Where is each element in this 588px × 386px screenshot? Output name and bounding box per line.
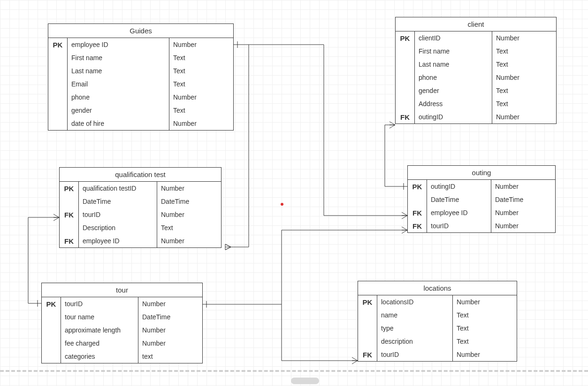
entity-row[interactable]: nameText [358, 309, 517, 322]
name-cell: tourID [61, 297, 138, 310]
type-cell: Text [492, 45, 556, 58]
entity-row[interactable]: FKtourIDNumber [408, 219, 555, 232]
type-cell: Text [453, 322, 517, 335]
entity-row[interactable]: PKtourIDNumber [42, 297, 202, 310]
name-cell: Email [68, 77, 169, 91]
key-cell: PK [60, 182, 79, 195]
name-cell: DateTime [427, 193, 491, 206]
type-cell: Text [169, 77, 233, 91]
name-cell: fee charged [61, 337, 138, 350]
entity-title: outing [408, 166, 555, 180]
entity-row[interactable]: date of hireNumber [48, 117, 233, 130]
name-cell: Last name [68, 64, 169, 77]
entity-outing[interactable]: outing PKoutingIDNumberDateTimeDateTimeF… [407, 165, 556, 233]
type-cell: text [138, 350, 202, 363]
entity-row[interactable]: DescriptionText [60, 221, 221, 234]
type-cell: Number [157, 234, 221, 247]
entity-row[interactable]: DateTimeDateTime [60, 195, 221, 208]
entity-row[interactable]: First nameText [48, 51, 233, 64]
entity-row[interactable]: FKtourIDNumber [358, 348, 517, 361]
key-cell: PK [48, 38, 68, 51]
type-cell: Number [157, 182, 221, 195]
type-cell: Number [491, 219, 555, 232]
name-cell: phone [68, 91, 169, 104]
key-cell [358, 335, 377, 348]
entity-row[interactable]: phoneNumber [396, 71, 556, 84]
type-cell: Number [169, 91, 233, 104]
key-cell [358, 322, 377, 335]
entity-row[interactable]: genderText [48, 104, 233, 117]
entity-row[interactable]: Last nameText [48, 64, 233, 77]
entity-row[interactable]: PKoutingIDNumber [408, 180, 555, 193]
key-cell [396, 58, 415, 71]
entity-row[interactable]: Last nameText [396, 58, 556, 71]
key-cell [48, 117, 68, 130]
entity-body: PKoutingIDNumberDateTimeDateTimeFKemploy… [408, 180, 555, 232]
entity-title: qualification test [60, 168, 221, 182]
entity-row[interactable]: PKqualification testIDNumber [60, 182, 221, 195]
name-cell: tour name [61, 310, 138, 324]
name-cell: type [377, 322, 453, 335]
name-cell: employee ID [68, 38, 169, 51]
entity-qualification[interactable]: qualification test PKqualification testI… [59, 167, 221, 248]
key-cell [358, 309, 377, 322]
page-break-line [0, 370, 588, 372]
entity-row[interactable]: DateTimeDateTime [408, 193, 555, 206]
name-cell: phone [415, 71, 492, 84]
name-cell: Address [415, 97, 492, 110]
entity-row[interactable]: First nameText [396, 45, 556, 58]
entity-client[interactable]: client PKclientIDNumberFirst nameTextLas… [395, 17, 557, 124]
entity-row[interactable]: approximate lengthNumber [42, 324, 202, 337]
type-cell: Number [169, 117, 233, 130]
entity-row[interactable]: FKemployee IDNumber [60, 234, 221, 247]
name-cell: approximate length [61, 324, 138, 337]
entity-row[interactable]: FKoutingIDNumber [396, 110, 556, 124]
entity-tour[interactable]: tour PKtourIDNumbertour nameDateTimeappr… [41, 283, 203, 363]
name-cell: gender [68, 104, 169, 117]
entity-row[interactable]: PKlocationsIDNumber [358, 295, 517, 309]
entity-row[interactable]: descriptionText [358, 335, 517, 348]
type-cell: Text [492, 84, 556, 97]
type-cell: Number [453, 295, 517, 309]
name-cell: tourID [377, 348, 453, 361]
entity-body: PKlocationsIDNumbernameTexttypeTextdescr… [358, 295, 517, 361]
entity-row[interactable]: PKclientIDNumber [396, 31, 556, 45]
name-cell: tourID [427, 219, 491, 232]
type-cell: Number [492, 31, 556, 45]
entity-row[interactable]: genderText [396, 84, 556, 97]
entity-body: PKtourIDNumbertour nameDateTimeapproxima… [42, 297, 202, 363]
entity-guides[interactable]: Guides PKemployee IDNumberFirst nameText… [48, 23, 234, 131]
entity-row[interactable]: AddressText [396, 97, 556, 110]
entity-row[interactable]: FKemployee IDNumber [408, 206, 555, 219]
type-cell: Text [492, 58, 556, 71]
entity-row[interactable]: EmailText [48, 77, 233, 91]
entity-row[interactable]: fee chargedNumber [42, 337, 202, 350]
type-cell: Text [169, 64, 233, 77]
entity-locations[interactable]: locations PKlocationsIDNumbernameTexttyp… [358, 281, 517, 362]
key-cell: FK [396, 110, 415, 124]
entity-row[interactable]: categoriestext [42, 350, 202, 363]
type-cell: Text [492, 97, 556, 110]
key-cell [60, 195, 79, 208]
key-cell [60, 221, 79, 234]
entity-body: PKemployee IDNumberFirst nameTextLast na… [48, 38, 233, 130]
name-cell: First name [68, 51, 169, 64]
name-cell: First name [415, 45, 492, 58]
entity-row[interactable]: typeText [358, 322, 517, 335]
name-cell: Description [79, 221, 157, 234]
type-cell: Number [492, 71, 556, 84]
key-cell [42, 310, 61, 324]
entity-row[interactable]: tour nameDateTime [42, 310, 202, 324]
entity-row[interactable]: phoneNumber [48, 91, 233, 104]
key-cell: PK [358, 295, 377, 309]
key-cell: PK [396, 31, 415, 45]
cursor-dot-icon [281, 203, 283, 206]
type-cell: Number [491, 206, 555, 219]
type-cell: Number [453, 348, 517, 361]
horizontal-scrollbar-thumb[interactable] [291, 378, 319, 384]
entity-row[interactable]: FKtourIDNumber [60, 208, 221, 221]
entity-row[interactable]: PKemployee IDNumber [48, 38, 233, 51]
key-cell [48, 104, 68, 117]
key-cell [42, 324, 61, 337]
name-cell: qualification testID [79, 182, 157, 195]
